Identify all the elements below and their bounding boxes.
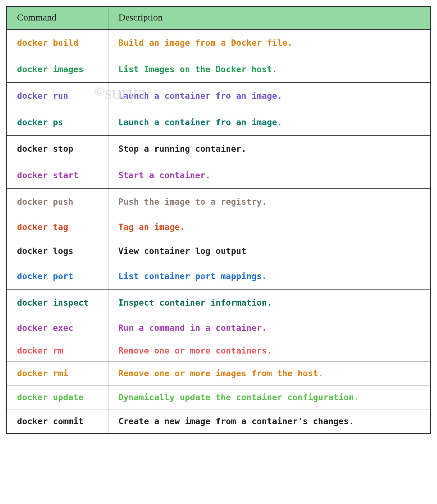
description-cell: Push the image to a registry.	[108, 189, 430, 215]
table-row: docker updateDynamically update the cont…	[7, 385, 430, 409]
header-description: Description	[108, 7, 430, 29]
table-row: docker rmRemove one or more containers.	[7, 340, 430, 361]
command-cell: docker stop	[7, 136, 108, 162]
command-cell: docker tag	[7, 215, 108, 239]
header-command: Command	[7, 7, 108, 29]
table-row: docker buildBuild an image from a Docker…	[7, 29, 430, 56]
table-row: docker psLaunch a container fro an image…	[7, 109, 430, 136]
table-row: docker inspectInspect container informat…	[7, 290, 430, 316]
description-cell: Remove one or more containers.	[108, 340, 430, 361]
table-row: docker execRun a command in a container.	[7, 316, 430, 340]
description-cell: Create a new image from a container's ch…	[108, 409, 430, 434]
description-cell: Dynamically update the container configu…	[108, 385, 430, 409]
table-row: docker rmiRemove one or more images from…	[7, 361, 430, 385]
table-row: docker tagTag an image.	[7, 215, 430, 239]
description-cell: Build an image from a Docker file.	[108, 29, 430, 56]
description-cell: Stop a running container.	[108, 136, 430, 162]
command-cell: docker start	[7, 162, 108, 189]
command-cell: docker ps	[7, 109, 108, 136]
command-cell: docker rmi	[7, 361, 108, 385]
table-row: docker pushPush the image to a registry.	[7, 189, 430, 215]
description-cell: List Images on the Docker host.	[108, 56, 430, 83]
description-cell: Inspect container information.	[108, 290, 430, 316]
description-cell: Start a container.	[108, 162, 430, 189]
command-cell: docker exec	[7, 316, 108, 340]
command-cell: docker push	[7, 189, 108, 215]
command-cell: docker update	[7, 385, 108, 409]
docker-commands-table: Command Description docker buildBuild an…	[6, 6, 431, 434]
table-row: docker logsView container log output	[7, 239, 430, 263]
description-cell: List container port mappings.	[108, 263, 430, 290]
table-row: docker stopStop a running container.	[7, 136, 430, 162]
description-cell: Run a command in a container.	[108, 316, 430, 340]
command-cell: docker commit	[7, 409, 108, 434]
command-cell: docker inspect	[7, 290, 108, 316]
description-cell: View container log output	[108, 239, 430, 263]
table-row: docker imagesList Images on the Docker h…	[7, 56, 430, 83]
table-row: docker runLaunch a container fro an imag…	[7, 83, 430, 109]
command-cell: docker logs	[7, 239, 108, 263]
description-cell: Remove one or more images from the host.	[108, 361, 430, 385]
command-cell: docker rm	[7, 340, 108, 361]
command-cell: docker build	[7, 29, 108, 56]
command-cell: docker run	[7, 83, 108, 109]
command-cell: docker port	[7, 263, 108, 290]
description-cell: Launch a container fro an image.	[108, 109, 430, 136]
description-cell: Tag an image.	[108, 215, 430, 239]
table-header-row: Command Description	[7, 7, 430, 29]
command-cell: docker images	[7, 56, 108, 83]
table-row: docker commitCreate a new image from a c…	[7, 409, 430, 434]
table-row: docker startStart a container.	[7, 162, 430, 189]
description-cell: Launch a container fro an image.	[108, 83, 430, 109]
table-row: docker portList container port mappings.	[7, 263, 430, 290]
